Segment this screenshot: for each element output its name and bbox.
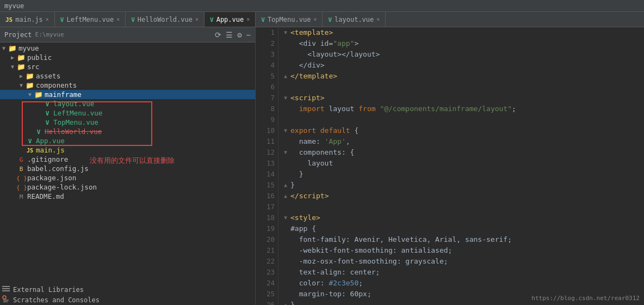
code-line: text-align: center;: [284, 267, 639, 278]
code-token: import: [299, 103, 325, 114]
line-number: 19: [259, 223, 275, 234]
fold-gutter[interactable]: ▲: [284, 71, 290, 82]
minimize-icon[interactable]: −: [246, 30, 251, 39]
code-token: layout: [290, 158, 333, 169]
code-token: ;: [358, 278, 363, 289]
code-token: 'App': [325, 136, 346, 147]
tab-main-js[interactable]: JSmain.js×: [0, 12, 55, 27]
tab-leftmenu-vue[interactable]: VLeftMenu.vue×: [55, 12, 126, 27]
code-line: #app {: [284, 223, 639, 234]
md-file-icon: M: [20, 193, 23, 200]
tree-item[interactable]: ▼📁mainframe: [0, 90, 255, 99]
code-token: "@/components/mainframe/layout": [380, 103, 512, 114]
tree-label: myvue: [17, 44, 255, 52]
code-token: #app {: [290, 223, 316, 234]
code-line: ▼<template>: [284, 27, 639, 38]
tab-close-icon[interactable]: ×: [246, 16, 250, 22]
folder-icon: 📁: [26, 72, 34, 80]
tab-label: layout.vue: [335, 16, 374, 23]
tree-icon: 📁: [16, 63, 26, 71]
tree-item[interactable]: Vlayout.vue: [0, 99, 255, 108]
code-token: </template>: [290, 71, 337, 82]
tree-arrow: ▼: [26, 91, 34, 97]
line-number: 2: [259, 38, 275, 49]
tree-item[interactable]: { }package-lock.json: [0, 182, 255, 192]
tree-item[interactable]: ▼📁components: [0, 81, 255, 90]
tree-item[interactable]: VTopMenu.vue: [0, 118, 255, 127]
code-token: </div>: [290, 60, 325, 71]
tree-item[interactable]: VApp.vue: [0, 136, 255, 145]
tree-item[interactable]: Bbabel.config.js: [0, 164, 255, 173]
line-number: 13: [259, 158, 275, 169]
line-number: 14: [259, 169, 275, 180]
tab-app-vue[interactable]: VApp.vue×: [205, 12, 256, 27]
line-number: 17: [259, 202, 275, 212]
tree-icon: 📁: [8, 44, 17, 52]
code-line: ▲</script>: [284, 191, 639, 202]
sidebar-tree: ▼📁myvue ▶📁public ▼📁src ▶📁assets ▼📁compon…: [0, 42, 255, 202]
tab-close-icon[interactable]: ×: [46, 16, 49, 22]
tab-close-icon[interactable]: ×: [376, 16, 380, 22]
fold-gutter[interactable]: ▼: [284, 212, 290, 223]
tree-item[interactable]: ▶📁assets: [0, 71, 255, 81]
folder-icon: 📁: [17, 53, 26, 62]
tab-label: HelloWorld.vue: [138, 16, 193, 23]
tree-item[interactable]: VHelloWorld.vue: [0, 127, 255, 136]
line-number: 15: [259, 180, 275, 191]
bars-icon: [2, 285, 10, 294]
tree-label: main.js: [35, 146, 255, 154]
code-token: ;: [512, 103, 516, 114]
tree-item[interactable]: ▶📁public: [0, 53, 255, 62]
fold-gutter[interactable]: ▲: [284, 180, 290, 191]
line-number: 25: [259, 289, 275, 300]
editor-content: 1234567891011121314151617181920212223242…: [256, 27, 644, 305]
code-line: -moz-osx-font-smoothing: grayscale;: [284, 256, 639, 267]
fold-gutter[interactable]: ▲: [284, 191, 290, 202]
code-token: font-family: Avenir, Helvetica, Arial, s…: [290, 234, 512, 245]
tree-label: babel.config.js: [26, 164, 255, 173]
fold-gutter[interactable]: ▼: [284, 93, 290, 103]
tree-arrow: ▼: [9, 64, 16, 70]
fold-gutter[interactable]: ▼: [284, 27, 290, 38]
tree-icon: M: [16, 192, 26, 200]
fold-gutter[interactable]: ▲: [284, 300, 290, 305]
code-token: <template>: [290, 27, 333, 38]
tree-item[interactable]: ▼📁myvue: [0, 44, 255, 53]
tab-close-icon[interactable]: ×: [313, 16, 317, 22]
tree-item[interactable]: JSmain.js: [0, 145, 255, 155]
tab-helloworld-vue[interactable]: VHelloWorld.vue×: [126, 12, 205, 27]
code-area[interactable]: ▼<template> <div id="app"> <layout></lay…: [278, 27, 644, 305]
code-line: ▲</template>: [284, 71, 639, 82]
sidebar-header-left: Project E:\myvue: [4, 31, 64, 39]
line-number: 9: [259, 114, 275, 125]
svg-rect-1: [2, 288, 10, 289]
tab-close-icon[interactable]: ×: [195, 16, 199, 22]
tree-item[interactable]: MREADME.md: [0, 192, 255, 201]
tree-icon: JS: [25, 146, 35, 154]
sync-icon[interactable]: ⟳: [215, 30, 221, 39]
tab-close-icon[interactable]: ×: [116, 16, 120, 22]
tab-layout-vue[interactable]: Vlayout.vue×: [323, 12, 386, 27]
code-line: -webkit-font-smoothing: antialiased;: [284, 245, 639, 256]
sidebar-bottom-item[interactable]: Scratches and Consoles: [0, 295, 255, 305]
vue-icon: V: [210, 16, 214, 23]
code-token: -webkit-font-smoothing: antialiased;: [290, 245, 452, 256]
sidebar-bottom-item[interactable]: External Libraries: [0, 284, 255, 295]
tree-icon: { }: [16, 183, 26, 191]
tab-topmenu-vue[interactable]: VTopMenu.vue×: [256, 12, 323, 27]
tree-item[interactable]: VLeftMenu.vue: [0, 108, 255, 118]
vue-icon: V: [60, 16, 64, 23]
tree-item[interactable]: { }package.json: [0, 173, 255, 182]
tree-item[interactable]: ▼📁src: [0, 62, 255, 71]
code-token: <style>: [290, 212, 320, 223]
folder-icon: 📁: [17, 63, 26, 71]
settings-icon[interactable]: ⚙: [237, 30, 242, 39]
tree-item[interactable]: G.gitignore: [0, 155, 255, 164]
fold-gutter[interactable]: ▼: [284, 125, 290, 136]
code-token: [376, 103, 380, 114]
collapse-icon[interactable]: ☰: [226, 30, 233, 39]
fold-gutter[interactable]: ▼: [284, 147, 290, 158]
sidebar-project-label: Project: [4, 31, 32, 39]
vue-icon: V: [261, 16, 265, 23]
line-number: 6: [259, 82, 275, 93]
